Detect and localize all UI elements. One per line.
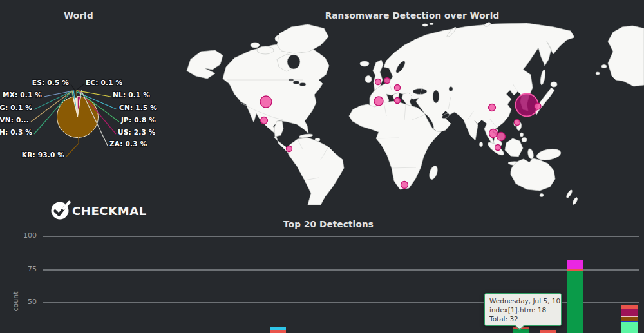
bar-segment[interactable] [621, 305, 638, 309]
bar-segment[interactable] [621, 316, 638, 317]
bar-segment[interactable] [540, 330, 556, 333]
bar-segment[interactable] [621, 317, 638, 321]
tooltip-total: Total: 32 [489, 315, 556, 324]
bar-chart-plot [0, 0, 644, 333]
tooltip-item: index[1].htm: 18 [489, 306, 556, 315]
bar-segment[interactable] [567, 260, 583, 269]
bar-segment[interactable] [567, 271, 583, 333]
bar-tooltip: Wednesday, Jul 5, 10:02:02 index[1].htm:… [484, 293, 562, 326]
tooltip-arrow [512, 325, 527, 332]
bar-segment[interactable] [621, 321, 638, 322]
bar-segment[interactable] [270, 327, 286, 330]
bar-segment[interactable] [270, 330, 286, 333]
bar-segment[interactable] [621, 322, 638, 333]
tooltip-timestamp: Wednesday, Jul 5, 10:02:02 [489, 297, 556, 306]
bar-segment[interactable] [621, 309, 638, 316]
ransomware-dashboard: KR: 93.0 %US: 2.3 %CN: 1.5 %JP: 0.8 %ES:… [0, 0, 644, 333]
bar-segment[interactable] [567, 269, 583, 271]
